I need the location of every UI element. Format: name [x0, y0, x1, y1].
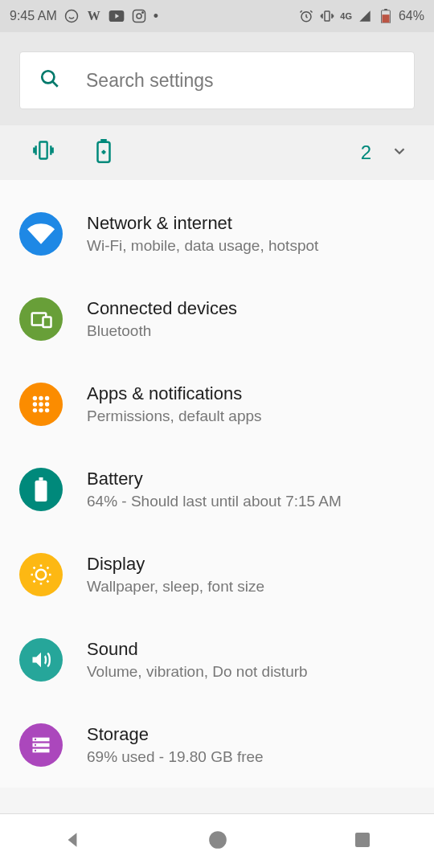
status-bar: 9:45 AM W • 4G 64%	[0, 0, 434, 32]
row-title: Network & internet	[87, 213, 415, 234]
whatsapp-icon	[63, 8, 80, 24]
sound-icon	[19, 638, 63, 682]
wikipedia-icon: W	[86, 8, 102, 24]
search-box[interactable]: Search settings	[19, 51, 415, 109]
setting-storage[interactable]: Storage 69% used - 19.80 GB free	[0, 702, 434, 788]
svg-point-24	[45, 408, 49, 412]
row-title: Battery	[87, 469, 415, 489]
svg-rect-26	[39, 477, 43, 481]
more-notifications-dot: •	[154, 8, 158, 25]
svg-point-0	[65, 10, 77, 23]
setting-network-internet[interactable]: Network & internet Wi-Fi, mobile, data u…	[0, 191, 434, 276]
row-subtitle: Volume, vibration, Do not disturb	[87, 663, 415, 681]
search-container: Search settings	[0, 32, 434, 125]
battery-icon	[19, 468, 63, 511]
row-text: Network & internet Wi-Fi, mobile, data u…	[87, 213, 415, 255]
row-text: Sound Volume, vibration, Do not disturb	[87, 639, 415, 681]
apps-icon	[19, 383, 63, 426]
svg-point-18	[45, 396, 49, 400]
svg-point-17	[39, 396, 43, 400]
svg-point-32	[35, 744, 36, 746]
svg-rect-6	[325, 11, 330, 21]
svg-point-4	[141, 12, 143, 14]
svg-rect-15	[43, 317, 51, 328]
search-icon	[39, 68, 60, 92]
vibrate-suggestion-icon[interactable]	[31, 139, 56, 166]
instagram-icon	[131, 8, 147, 24]
status-right: 4G 64%	[298, 8, 424, 24]
nav-recent-button[interactable]	[337, 822, 388, 861]
svg-rect-8	[384, 9, 387, 10]
svg-rect-13	[102, 139, 106, 142]
suggestion-icons	[31, 139, 361, 166]
network-label: 4G	[340, 11, 352, 21]
setting-sound[interactable]: Sound Volume, vibration, Do not disturb	[0, 617, 434, 702]
svg-point-16	[33, 396, 37, 400]
row-title: Storage	[87, 724, 415, 745]
suggestion-bar[interactable]: 2	[0, 125, 434, 180]
row-subtitle: Wi-Fi, mobile, data usage, hotspot	[87, 237, 415, 255]
youtube-icon	[108, 8, 125, 24]
svg-point-21	[45, 402, 49, 406]
battery-pct: 64%	[399, 9, 424, 23]
svg-rect-35	[355, 833, 370, 847]
svg-point-23	[39, 408, 43, 412]
svg-point-31	[35, 739, 36, 740]
setting-display[interactable]: Display Wallpaper, sleep, font size	[0, 532, 434, 617]
nav-bar	[0, 813, 434, 868]
row-subtitle: Permissions, default apps	[87, 407, 415, 425]
svg-rect-25	[35, 481, 47, 502]
svg-point-22	[33, 408, 37, 412]
svg-point-3	[137, 14, 141, 18]
devices-icon	[19, 297, 63, 341]
svg-point-33	[35, 750, 36, 751]
battery-suggestion-icon[interactable]	[95, 139, 113, 166]
wifi-icon	[19, 212, 63, 256]
row-title: Display	[87, 554, 415, 575]
row-title: Connected devices	[87, 298, 415, 319]
settings-list: Network & internet Wi-Fi, mobile, data u…	[0, 180, 434, 788]
svg-point-27	[36, 570, 47, 580]
row-text: Display Wallpaper, sleep, font size	[87, 554, 415, 596]
vibrate-icon	[319, 8, 335, 24]
svg-point-20	[39, 402, 43, 406]
alarm-icon	[298, 8, 314, 24]
suggestion-count: 2	[361, 141, 371, 164]
row-text: Connected devices Bluetooth	[87, 298, 415, 340]
display-icon	[19, 553, 63, 596]
svg-point-34	[209, 831, 227, 849]
svg-point-19	[33, 402, 37, 406]
status-left: 9:45 AM W •	[10, 8, 158, 25]
clock-text: 9:45 AM	[10, 9, 57, 23]
row-subtitle: 69% used - 19.80 GB free	[87, 748, 415, 766]
nav-back-button[interactable]	[46, 821, 99, 862]
nav-home-button[interactable]	[191, 821, 244, 862]
row-title: Sound	[87, 639, 415, 660]
setting-battery[interactable]: Battery 64% - Should last until about 7:…	[0, 447, 434, 532]
row-title: Apps & notifications	[87, 383, 415, 404]
row-text: Battery 64% - Should last until about 7:…	[87, 469, 415, 510]
chevron-down-icon[interactable]	[391, 142, 408, 163]
setting-connected-devices[interactable]: Connected devices Bluetooth	[0, 276, 434, 362]
row-subtitle: Bluetooth	[87, 322, 415, 340]
signal-icon	[357, 8, 373, 24]
search-placeholder: Search settings	[86, 70, 214, 92]
row-text: Apps & notifications Permissions, defaul…	[87, 383, 415, 425]
battery-icon	[378, 8, 394, 24]
svg-rect-11	[39, 142, 47, 159]
setting-apps-notifications[interactable]: Apps & notifications Permissions, defaul…	[0, 362, 434, 447]
svg-rect-9	[382, 14, 389, 23]
svg-point-10	[42, 71, 54, 83]
storage-icon	[19, 723, 63, 767]
row-subtitle: Wallpaper, sleep, font size	[87, 578, 415, 596]
row-subtitle: 64% - Should last until about 7:15 AM	[87, 493, 415, 510]
row-text: Storage 69% used - 19.80 GB free	[87, 724, 415, 766]
